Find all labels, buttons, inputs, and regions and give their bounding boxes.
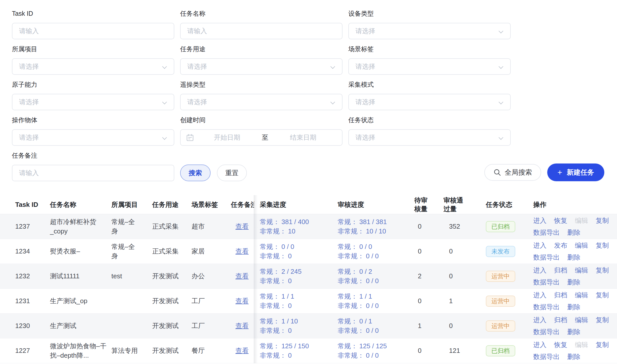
view-link[interactable]: 查看 bbox=[231, 271, 249, 281]
action-link-enabled[interactable]: 复制 bbox=[596, 315, 609, 325]
cell-remark: 查看 bbox=[231, 264, 260, 288]
view-link[interactable]: 查看 bbox=[231, 222, 249, 231]
text-input[interactable]: 请输入 bbox=[180, 23, 342, 39]
select-input[interactable]: 请选择 bbox=[180, 94, 342, 110]
action-link-disabled: 编辑 bbox=[575, 340, 588, 350]
create-task-button[interactable]: + 新建任务 bbox=[547, 163, 604, 181]
action-link-enabled[interactable]: 复制 bbox=[596, 340, 609, 350]
view-link[interactable]: 查看 bbox=[231, 247, 249, 256]
action-link-enabled[interactable]: 进入 bbox=[533, 266, 546, 275]
select-input[interactable]: 请选择 bbox=[348, 94, 511, 110]
action-link-enabled[interactable]: 数据导出 bbox=[533, 327, 560, 337]
action-link-enabled[interactable]: 编辑 bbox=[575, 241, 588, 250]
progress-line: 非常规： 10 / 10 bbox=[338, 227, 387, 236]
cell-pending-count: 0 bbox=[414, 214, 443, 239]
progress-line: 常规： 381 / 381 bbox=[338, 217, 387, 227]
action-link-enabled[interactable]: 恢复 bbox=[554, 216, 567, 225]
action-link-enabled[interactable]: 复制 bbox=[596, 241, 609, 250]
filter-grid: Task ID请输入任务名称请输入设备类型请选择所属项目请选择任务用途请选择场景… bbox=[12, 9, 511, 181]
action-link-enabled[interactable]: 编辑 bbox=[575, 315, 588, 325]
table-header-row: Task ID任务名称所属项目任务用途场景标签任务备注采集进度审核进度待审核量审… bbox=[0, 195, 617, 214]
action-link-enabled[interactable]: 删除 bbox=[567, 302, 580, 312]
action-link-enabled[interactable]: 删除 bbox=[567, 352, 580, 361]
chevron-down-icon bbox=[499, 100, 503, 104]
action-link-enabled[interactable]: 编辑 bbox=[575, 266, 588, 275]
filter-field-6: 原子能力请选择 bbox=[12, 80, 174, 110]
action-link-enabled[interactable]: 删除 bbox=[567, 253, 580, 262]
chevron-down-icon bbox=[162, 135, 167, 140]
column-header-1: 任务名称 bbox=[50, 195, 111, 214]
cell-task-id: 1234 bbox=[15, 239, 50, 264]
project-text: 常规–全身 bbox=[111, 217, 141, 236]
column-header-label: 任务用途 bbox=[152, 200, 179, 209]
filter-field-4: 任务用途请选择 bbox=[180, 45, 342, 75]
cell-actions: 进入归档编辑复制数据导出删除 bbox=[533, 314, 617, 338]
action-link-enabled[interactable]: 发布 bbox=[554, 241, 567, 250]
select-placeholder: 请选择 bbox=[19, 98, 39, 106]
action-link-enabled[interactable]: 复制 bbox=[596, 216, 609, 225]
global-search-label: 全局搜索 bbox=[505, 168, 532, 177]
pending-count: 0 bbox=[414, 346, 421, 355]
select-input[interactable]: 请选择 bbox=[12, 129, 174, 146]
view-link[interactable]: 查看 bbox=[231, 346, 249, 355]
cell-collect-progress: 常规： 1 / 10非常规： 0 bbox=[260, 314, 338, 338]
filter-field-7: 遥操类型请选择 bbox=[180, 80, 342, 110]
filter-field-9: 操作物体请选择 bbox=[12, 116, 174, 146]
cell-actions: 进入恢复编辑复制数据导出删除 bbox=[533, 338, 617, 363]
reset-button[interactable]: 重置 bbox=[217, 165, 247, 181]
view-link[interactable]: 查看 bbox=[231, 321, 249, 331]
action-link-enabled[interactable]: 归档 bbox=[554, 290, 567, 300]
status-badge: 已归档 bbox=[486, 345, 515, 356]
cell-actions: 进入归档编辑复制数据导出删除 bbox=[533, 264, 617, 288]
action-link-enabled[interactable]: 复制 bbox=[596, 290, 609, 300]
action-link-enabled[interactable]: 数据导出 bbox=[533, 253, 560, 262]
select-input[interactable]: 请选择 bbox=[348, 23, 511, 39]
project-text: test bbox=[111, 271, 122, 281]
action-link-enabled[interactable]: 删除 bbox=[567, 327, 580, 337]
task-name-text: 生产测试_op bbox=[50, 296, 87, 306]
action-link-enabled[interactable]: 复制 bbox=[596, 266, 609, 275]
chevron-down-icon bbox=[499, 64, 503, 69]
text-input[interactable]: 请输入 bbox=[12, 165, 174, 181]
column-header-label: 任务名称 bbox=[50, 200, 76, 209]
action-link-enabled[interactable]: 数据导出 bbox=[533, 278, 560, 287]
date-range-input[interactable]: 开始日期至结束日期 bbox=[180, 129, 342, 146]
action-link-enabled[interactable]: 恢复 bbox=[554, 340, 567, 350]
action-link-enabled[interactable]: 进入 bbox=[533, 241, 546, 250]
view-link[interactable]: 查看 bbox=[231, 296, 249, 306]
action-link-enabled[interactable]: 删除 bbox=[567, 228, 580, 237]
action-link-enabled[interactable]: 进入 bbox=[533, 216, 546, 225]
column-header-0: Task ID bbox=[15, 195, 50, 214]
review-progress-text: 常规： 125 / 125非常规： 0 / 0 bbox=[338, 341, 387, 360]
select-input[interactable]: 请选择 bbox=[12, 94, 174, 110]
search-button[interactable]: 搜索 bbox=[180, 165, 211, 181]
cell-task-name: 生产测试_op bbox=[50, 289, 111, 313]
cell-remark: 查看 bbox=[231, 314, 260, 338]
cell-actions: 进入归档编辑复制数据导出删除 bbox=[533, 289, 617, 313]
task-name-text: 熨烫衣服– bbox=[50, 247, 80, 256]
action-link-enabled[interactable]: 数据导出 bbox=[533, 228, 560, 237]
task-name-text: 超市冷鲜柜补货_copy bbox=[50, 217, 107, 236]
action-link-enabled[interactable]: 数据导出 bbox=[533, 302, 560, 312]
select-input[interactable]: 请选择 bbox=[348, 58, 511, 75]
select-input[interactable]: 请选择 bbox=[348, 129, 511, 146]
column-header-label: 所属项目 bbox=[111, 200, 138, 209]
action-links: 进入发布编辑复制数据导出删除 bbox=[533, 241, 613, 262]
action-link-enabled[interactable]: 归档 bbox=[554, 315, 567, 325]
column-header-11: 操作 bbox=[533, 195, 617, 214]
create-task-label: 新建任务 bbox=[567, 168, 594, 177]
action-link-enabled[interactable]: 归档 bbox=[554, 266, 567, 275]
action-link-enabled[interactable]: 数据导出 bbox=[533, 352, 560, 361]
text-input[interactable]: 请输入 bbox=[12, 23, 174, 39]
action-link-enabled[interactable]: 进入 bbox=[533, 340, 546, 350]
action-link-enabled[interactable]: 删除 bbox=[567, 278, 580, 287]
cell-collect-progress: 常规： 0 / 0非常规： 0 bbox=[260, 239, 338, 264]
action-link-enabled[interactable]: 进入 bbox=[533, 315, 546, 325]
select-placeholder: 请选择 bbox=[355, 27, 375, 35]
action-link-enabled[interactable]: 进入 bbox=[533, 290, 546, 300]
global-search-button[interactable]: 全局搜索 bbox=[484, 164, 541, 181]
action-link-enabled[interactable]: 编辑 bbox=[575, 290, 588, 300]
select-input[interactable]: 请选择 bbox=[12, 58, 174, 75]
select-input[interactable]: 请选择 bbox=[180, 58, 342, 75]
filter-panel: Task ID请输入任务名称请输入设备类型请选择所属项目请选择任务用途请选择场景… bbox=[0, 0, 617, 181]
